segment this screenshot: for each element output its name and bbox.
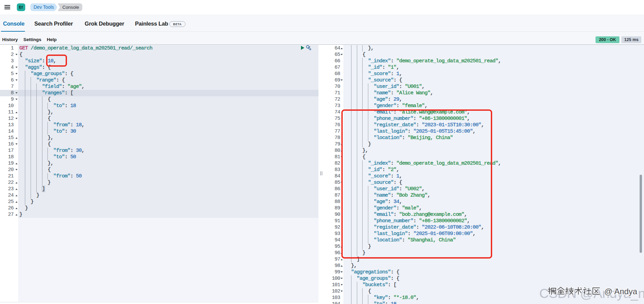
svg-text:Console: Console xyxy=(62,5,79,10)
svg-text:@ Andya: @ Andya xyxy=(604,287,637,296)
svg-text:Dev Tools: Dev Tools xyxy=(34,5,54,10)
